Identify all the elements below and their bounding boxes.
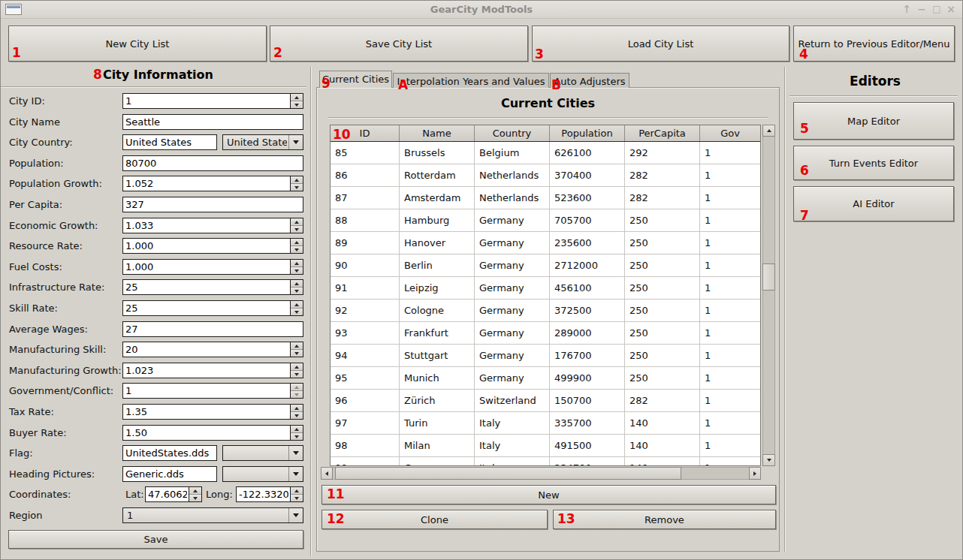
government-conflict-spin-buttons[interactable]	[290, 384, 303, 398]
infrastructure-rate-spinner[interactable]	[122, 279, 303, 295]
heading-pictures-combo[interactable]	[222, 466, 303, 482]
heading-pictures-field[interactable]	[122, 466, 217, 482]
population-field[interactable]	[122, 155, 303, 171]
chevron-down-icon[interactable]	[288, 508, 303, 522]
city-country-combo[interactable]: United State	[222, 134, 303, 150]
cell-id[interactable]: 99	[331, 457, 400, 465]
economic-growth-spinner[interactable]	[122, 218, 303, 233]
cell-id[interactable]: 95	[331, 367, 400, 390]
resource-rate-spin-buttons[interactable]	[290, 239, 303, 253]
cell-country[interactable]: Germany	[475, 277, 550, 300]
cell-percapita[interactable]: 250	[625, 232, 700, 254]
cell-population[interactable]: 234700	[550, 457, 625, 465]
heading-pictures-input[interactable]	[122, 466, 217, 482]
new-city-button[interactable]: New	[322, 485, 776, 504]
city-id-spin-buttons[interactable]	[290, 94, 303, 108]
cell-id[interactable]: 88	[331, 209, 400, 232]
cell-gov[interactable]: 1	[700, 322, 760, 345]
table-row[interactable]: 96 Zürich Switzerland 150700 282 1	[331, 390, 760, 412]
chevron-down-icon[interactable]	[288, 135, 303, 149]
save-city-list-button[interactable]: Save City List	[270, 26, 528, 62]
cell-name[interactable]: Hanover	[400, 232, 475, 254]
map-editor-button[interactable]: Map Editor	[793, 102, 954, 140]
cell-population[interactable]: 335700	[550, 412, 625, 435]
cell-country[interactable]: Switzerland	[475, 390, 550, 412]
remove-city-button[interactable]: Remove	[553, 510, 776, 529]
right-panel-splitter[interactable]	[784, 67, 786, 552]
cell-country[interactable]: Belgium	[475, 142, 550, 164]
tab-interpolation-years[interactable]: Interpolation Years and Values	[393, 73, 549, 88]
cell-gov[interactable]: 1	[700, 435, 760, 457]
cell-gov[interactable]: 1	[700, 300, 760, 322]
cell-id[interactable]: 91	[331, 277, 400, 300]
population-growth-spin-buttons[interactable]	[290, 176, 303, 191]
manufacturing-skill-input[interactable]	[122, 342, 303, 357]
skill-rate-spinner[interactable]	[122, 300, 303, 316]
cell-name[interactable]: Cologne	[400, 300, 475, 322]
cell-population[interactable]: 150700	[550, 390, 625, 412]
government-conflict-input[interactable]	[122, 383, 303, 399]
tax-rate-spinner[interactable]	[122, 404, 303, 420]
flag-combo[interactable]	[222, 445, 303, 461]
cell-name[interactable]: Rotterdam	[400, 164, 475, 187]
cell-gov[interactable]: 1	[700, 209, 760, 232]
cell-id[interactable]: 97	[331, 412, 400, 435]
latitude-spinner[interactable]	[145, 486, 202, 502]
cell-population[interactable]: 523600	[550, 187, 625, 209]
left-panel-splitter[interactable]	[310, 67, 312, 556]
table-vertical-scrollbar[interactable]	[762, 125, 775, 466]
title-bar[interactable]: GearCity ModTools ↑ − □ ×	[1, 1, 962, 19]
table-row[interactable]: 94 Stuttgart Germany 176700 250 1	[331, 345, 760, 367]
cell-percapita[interactable]: 250	[625, 322, 700, 345]
cell-percapita[interactable]: 140	[625, 435, 700, 457]
table-row[interactable]: 85 Brussels Belgium 626100 292 1	[331, 142, 760, 164]
chevron-down-icon[interactable]	[288, 467, 303, 481]
table-row[interactable]: 97 Turin Italy 335700 140 1	[331, 412, 760, 435]
cell-country[interactable]: Germany	[475, 254, 550, 277]
buyer-rate-input[interactable]	[122, 425, 303, 441]
cell-country[interactable]: Germany	[475, 232, 550, 254]
minimize-icon[interactable]: −	[916, 3, 928, 15]
cell-country[interactable]: Germany	[475, 209, 550, 232]
tax-rate-input[interactable]	[122, 404, 303, 420]
table-row[interactable]: 86 Rotterdam Netherlands 370400 282 1	[331, 164, 760, 187]
cell-name[interactable]: Stuttgart	[400, 345, 475, 367]
population-growth-input[interactable]	[122, 176, 303, 191]
column-header-gov[interactable]: Gov	[700, 125, 760, 141]
table-row[interactable]: 95 Munich Germany 499900 250 1	[331, 367, 760, 390]
maximize-icon[interactable]: □	[931, 3, 943, 15]
cell-population[interactable]: 705700	[550, 209, 625, 232]
flag-field[interactable]	[122, 445, 217, 461]
column-header-name[interactable]: Name	[400, 125, 475, 141]
close-icon[interactable]: ×	[945, 3, 957, 15]
cell-name[interactable]: Munich	[400, 367, 475, 390]
cell-gov[interactable]: 1	[700, 254, 760, 277]
cell-population[interactable]: 2712000	[550, 254, 625, 277]
cell-percapita[interactable]: 250	[625, 345, 700, 367]
table-row[interactable]: 93 Frankfurt Germany 289000 250 1	[331, 322, 760, 345]
cell-name[interactable]: Milan	[400, 435, 475, 457]
table-row[interactable]: 88 Hamburg Germany 705700 250 1	[331, 209, 760, 232]
cell-id[interactable]: 94	[331, 345, 400, 367]
cell-gov[interactable]: 1	[700, 412, 760, 435]
cell-name[interactable]: Hamburg	[400, 209, 475, 232]
manufacturing-skill-spin-buttons[interactable]	[290, 342, 303, 357]
cell-population[interactable]: 176700	[550, 345, 625, 367]
city-name-field[interactable]	[122, 114, 303, 130]
shade-window-icon[interactable]: ↑	[901, 3, 913, 15]
cell-name[interactable]: Berlin	[400, 254, 475, 277]
government-conflict-spinner[interactable]	[122, 383, 303, 399]
cell-country[interactable]: Italy	[475, 457, 550, 465]
cell-gov[interactable]: 1	[700, 457, 760, 465]
tax-rate-spin-buttons[interactable]	[290, 405, 303, 419]
turn-events-editor-button[interactable]: Turn Events Editor	[793, 146, 954, 180]
per-capita-field[interactable]	[122, 197, 303, 212]
fuel-costs-input[interactable]	[122, 259, 303, 275]
fuel-costs-spin-buttons[interactable]	[290, 260, 303, 274]
cell-name[interactable]: Zürich	[400, 390, 475, 412]
cell-gov[interactable]: 1	[700, 142, 760, 164]
cell-id[interactable]: 93	[331, 322, 400, 345]
cell-percapita[interactable]: 282	[625, 390, 700, 412]
table-row[interactable]: 87 Amsterdam Netherlands 523600 282 1	[331, 187, 760, 209]
cell-country[interactable]: Germany	[475, 367, 550, 390]
